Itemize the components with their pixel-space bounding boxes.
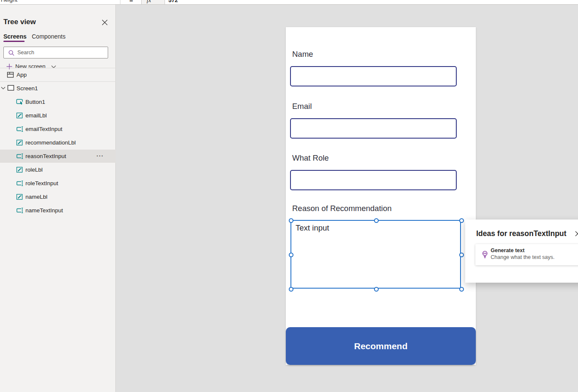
generate-text-card[interactable]: Generate text Change what the text says. <box>475 244 578 265</box>
search-box <box>3 47 108 58</box>
email-field[interactable] <box>290 118 457 139</box>
close-icon[interactable] <box>101 19 109 26</box>
name-label: Name <box>292 50 313 59</box>
active-tab-underline <box>3 41 25 42</box>
search-input[interactable] <box>17 47 106 58</box>
textinput-icon <box>16 153 24 160</box>
tree-view-panel: Tree view Screens Components New screen … <box>0 5 116 392</box>
lightbulb-icon <box>481 250 489 259</box>
resize-handle-ne[interactable] <box>459 218 464 223</box>
tree-item-nametextinput[interactable]: nameTextInput <box>0 204 116 217</box>
resize-handle-nw[interactable] <box>289 218 293 223</box>
resize-handle-e[interactable] <box>459 253 464 257</box>
screen-icon <box>7 85 14 91</box>
label-icon <box>16 193 23 200</box>
tree-item-reasontextinput[interactable]: reasonTextInput ••• <box>0 150 116 163</box>
app-canvas-screen: Name Email What Role Reason of Recommend… <box>286 27 476 365</box>
tree-item-screen1[interactable]: Screen1 <box>0 82 116 95</box>
property-selector-label: Height <box>1 0 17 3</box>
fx-icon: fx <box>141 0 165 5</box>
resize-handle-s[interactable] <box>374 287 379 292</box>
more-options-icon[interactable]: ••• <box>97 154 104 158</box>
tree-item-emailtextinput[interactable]: emailTextInput <box>0 122 116 136</box>
tab-components[interactable]: Components <box>32 33 65 40</box>
resize-handle-sw[interactable] <box>289 287 293 292</box>
role-field[interactable] <box>290 170 457 190</box>
close-icon[interactable] <box>575 231 578 237</box>
role-label: What Role <box>292 153 329 163</box>
textinput-icon <box>16 207 24 214</box>
search-icon <box>8 50 15 56</box>
name-field[interactable] <box>290 66 457 86</box>
label-icon <box>16 166 23 173</box>
recommend-button[interactable]: Recommend <box>286 327 476 365</box>
email-label: Email <box>292 102 312 111</box>
tree-item-recommendationlbl[interactable]: recommendationLbl <box>0 136 116 149</box>
app-icon <box>7 71 14 78</box>
resize-handle-n[interactable] <box>374 218 379 223</box>
textinput-icon <box>16 125 24 133</box>
menu-icon[interactable]: ≡ <box>129 0 133 3</box>
tab-screens[interactable]: Screens <box>3 33 26 40</box>
tree-item-emaillbl[interactable]: emailLbl <box>0 109 116 122</box>
label-icon <box>16 112 23 119</box>
tree-item-rolelbl[interactable]: roleLbl <box>0 163 116 176</box>
generate-text-subtitle: Change what the text says. <box>491 254 555 260</box>
button-icon <box>16 98 24 106</box>
ideas-panel-title: Ideas for reasonTextInput <box>476 229 567 238</box>
ideas-panel: Ideas for reasonTextInput Generate text … <box>465 220 578 283</box>
formula-bar: Height ≡ fx 572 <box>0 0 578 5</box>
reason-textarea-selected[interactable]: Text input <box>290 220 461 289</box>
resize-handle-se[interactable] <box>459 287 464 292</box>
chevron-down-icon <box>1 86 6 90</box>
tree-view-title: Tree view <box>3 18 36 26</box>
resize-handle-w[interactable] <box>289 253 293 257</box>
tree-item-app[interactable]: App <box>0 68 116 81</box>
tree-item-button1[interactable]: Button1 <box>0 95 116 108</box>
formula-value[interactable]: 572 <box>168 0 178 3</box>
textinput-icon <box>16 180 24 187</box>
label-icon <box>16 139 23 146</box>
reason-textarea-value: Text input <box>296 223 329 233</box>
property-selector[interactable]: Height <box>0 0 120 5</box>
reason-label: Reason of Recommendation <box>292 204 391 213</box>
tree-item-roletextinput[interactable]: roleTextInput <box>0 177 116 190</box>
generate-text-title: Generate text <box>491 247 525 253</box>
tree-item-namelbl[interactable]: nameLbl <box>0 190 116 203</box>
